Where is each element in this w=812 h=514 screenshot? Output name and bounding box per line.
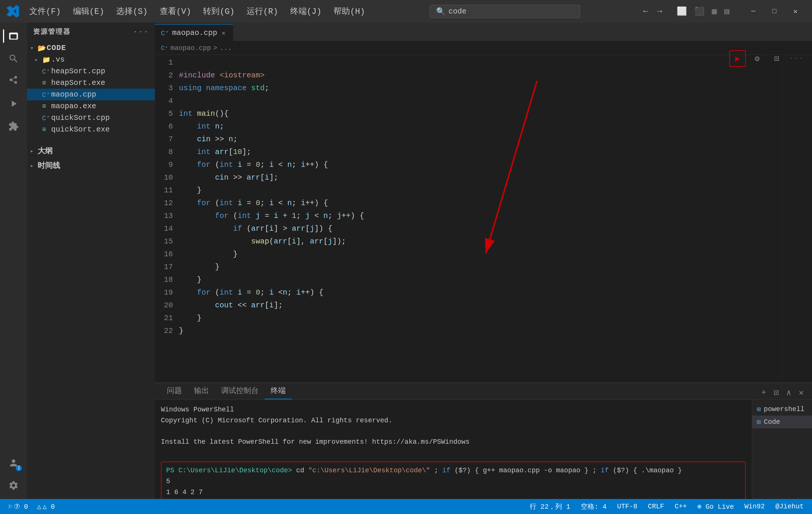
tree-root-label: CODE <box>47 44 66 52</box>
tree-item-heapsort-cpp[interactable]: ▸ C⁺ heapSort.cpp <box>27 65 155 77</box>
terminal-sidebar: ⊞ powershell ⊞ Code <box>752 400 812 499</box>
status-winget[interactable]: Win92 <box>742 502 767 511</box>
layout-icon-1[interactable]: ⬜ <box>674 5 690 18</box>
sidebar-header: 资源管理器 ··· <box>27 23 155 41</box>
code-editor: 12345 678910 1112131415 1617181920 2122 … <box>155 55 812 382</box>
terminal-highlight-box: PS C:\Users\LiJie\Desktop\code> cd "c:\U… <box>161 461 746 499</box>
nav-back-button[interactable]: ← <box>639 5 652 18</box>
status-line-ending[interactable]: CRLF <box>645 502 666 511</box>
outline-header[interactable]: ▸ 大纲 <box>27 144 155 157</box>
chevron-right-icon: ▸ <box>35 56 41 63</box>
settings-button[interactable]: ⚙ <box>749 50 765 67</box>
status-branch-icon[interactable]: ⚐ ⑦ 0 <box>6 502 30 511</box>
activity-source-control[interactable] <box>3 71 24 92</box>
panel-tabs: 问题 输出 调试控制台 终端 + ⊡ ∧ ✕ <box>155 383 812 400</box>
sidebar-more-icon[interactable]: ··· <box>133 27 149 36</box>
terminal-code-icon: ⊞ <box>757 418 761 426</box>
terminal-code-item[interactable]: ⊞ Code <box>752 416 812 428</box>
terminal-line-3 <box>161 426 746 437</box>
search-area: 🔍 code <box>375 5 635 18</box>
panel-content: Windows PowerShell Copyright (C) Microso… <box>155 400 812 499</box>
code-content[interactable]: #include <iostream> using namespace std;… <box>179 55 782 382</box>
tree-root: ▾ 📂 CODE ▸ 📁 .vs ▸ C⁺ heapSort.cpp <box>27 41 155 137</box>
tree-item-root[interactable]: ▾ 📂 CODE <box>27 42 155 54</box>
activity-run[interactable] <box>3 93 24 114</box>
layout-icons: ⬜ ⬛ ▦ ▤ <box>674 5 733 18</box>
panel-close-button[interactable]: ✕ <box>797 386 806 399</box>
menu-edit[interactable]: 编辑(E) <box>68 4 110 18</box>
warning-icon: △ <box>37 502 41 511</box>
terminal-output-2: 1 6 4 2 7 <box>166 487 741 498</box>
status-errors: ⑦ 0 <box>14 502 28 511</box>
tab-maopao-cpp[interactable]: C⁺ maopao.cpp ✕ <box>155 24 233 41</box>
panel-maximize-button[interactable]: ∧ <box>784 386 794 399</box>
layout-icon-2[interactable]: ⬛ <box>691 5 707 18</box>
account-notification-badge: 1 <box>16 465 22 471</box>
panel-add-terminal-button[interactable]: + <box>759 387 768 399</box>
menu-bar: 文件(F) 编辑(E) 选择(S) 查看(V) 转到(G) 运行(R) 终端(J… <box>24 4 370 18</box>
tree-item-heapsort-exe[interactable]: ▸ ≡ heapSort.exe <box>27 77 155 89</box>
status-position[interactable]: 行 22，列 1 <box>527 501 573 512</box>
layout-icon-3[interactable]: ▦ <box>709 5 720 18</box>
menu-select[interactable]: 选择(S) <box>111 4 153 18</box>
terminal-area[interactable]: Windows PowerShell Copyright (C) Microso… <box>155 400 752 499</box>
panel-tab-terminal[interactable]: 终端 <box>265 382 292 399</box>
status-go-live[interactable]: ⊕ Go Live <box>695 502 736 511</box>
activity-account[interactable]: 1 <box>3 452 24 473</box>
menu-file[interactable]: 文件(F) <box>24 4 66 18</box>
terminal-ps-icon: ⊞ <box>757 405 761 413</box>
tab-label: maopao.cpp <box>172 29 217 37</box>
status-encoding[interactable]: UTF-8 <box>615 502 639 511</box>
status-user[interactable]: @Jiehut <box>773 502 806 511</box>
breadcrumb-separator: > <box>213 44 217 52</box>
panel-tab-output[interactable]: 输出 <box>188 382 215 399</box>
timeline-section: ▸ 时间线 <box>27 159 155 172</box>
terminal-code-label: Code <box>764 418 780 426</box>
tree-item-quicksort-cpp[interactable]: ▸ C⁺ quickSort.cpp <box>27 112 155 124</box>
panel-split-button[interactable]: ⊡ <box>771 386 781 399</box>
status-language[interactable]: C++ <box>673 502 689 511</box>
exe-file-icon-2: ≡ <box>42 103 50 110</box>
status-bar-left: ⚐ ⑦ 0 △ △ 0 <box>6 502 57 511</box>
tree-item-quicksort-exe[interactable]: ▸ ≡ quickSort.exe <box>27 124 155 135</box>
title-bar: 文件(F) 编辑(E) 选择(S) 查看(V) 转到(G) 运行(R) 终端(J… <box>0 0 812 23</box>
search-box[interactable]: 🔍 code <box>430 5 580 18</box>
breadcrumb-filename: maopao.cpp <box>170 44 211 52</box>
menu-view[interactable]: 查看(V) <box>155 4 197 18</box>
chevron-right-timeline-icon: ▸ <box>30 162 36 169</box>
status-warnings[interactable]: △ △ 0 <box>35 502 57 511</box>
menu-terminal[interactable]: 终端(J) <box>285 4 327 18</box>
tree-item-vs[interactable]: ▸ 📁 .vs <box>27 54 155 65</box>
terminal-output-1: 5 <box>166 476 741 487</box>
activity-explorer[interactable] <box>3 26 24 47</box>
run-button[interactable]: ▶ <box>729 50 746 67</box>
tree-item-maopao-cpp[interactable]: ▸ C⁺ maopao.cpp <box>27 89 155 100</box>
close-button[interactable]: ✕ <box>785 4 806 19</box>
layout-icon-4[interactable]: ▤ <box>721 5 732 18</box>
terminal-line-1: Windows PowerShell <box>161 404 746 415</box>
menu-help[interactable]: 帮助(H) <box>328 4 370 18</box>
tree-item-maopao-exe[interactable]: ▸ ≡ maopao.exe <box>27 100 155 112</box>
menu-goto[interactable]: 转到(G) <box>198 4 240 18</box>
nav-fwd-button[interactable]: → <box>653 5 666 18</box>
cpp-file-icon-3: C⁺ <box>42 114 50 122</box>
sidebar: 资源管理器 ··· ▾ 📂 CODE ▸ 📁 .vs <box>27 23 155 499</box>
terminal-powershell-item[interactable]: ⊞ powershell <box>752 403 812 416</box>
activity-settings[interactable] <box>3 475 24 496</box>
minimize-button[interactable]: ─ <box>743 4 764 19</box>
chevron-right-outline-icon: ▸ <box>30 147 36 155</box>
line-numbers: 12345 678910 1112131415 1617181920 2122 <box>155 55 179 382</box>
terminal-command: PS C:\Users\LiJie\Desktop\code> cd "c:\U… <box>166 465 741 476</box>
tab-close-button[interactable]: ✕ <box>220 29 227 38</box>
terminal-cmd-text: cd "c:\Users\LiJie\Desktop\code\" ; if (… <box>296 467 682 474</box>
activity-extensions[interactable] <box>3 116 24 137</box>
status-bar: ⚐ ⑦ 0 △ △ 0 行 22，列 1 空格: 4 UTF-8 CRLF C+… <box>0 499 812 514</box>
panel-tab-problems[interactable]: 问题 <box>161 382 188 399</box>
menu-run[interactable]: 运行(R) <box>241 4 283 18</box>
timeline-header[interactable]: ▸ 时间线 <box>27 159 155 172</box>
status-spaces[interactable]: 空格: 4 <box>579 501 609 512</box>
nav-buttons: ← → <box>639 5 666 18</box>
maximize-button[interactable]: □ <box>764 4 785 19</box>
activity-search[interactable] <box>3 48 24 69</box>
panel-tab-debug[interactable]: 调试控制台 <box>215 382 265 399</box>
